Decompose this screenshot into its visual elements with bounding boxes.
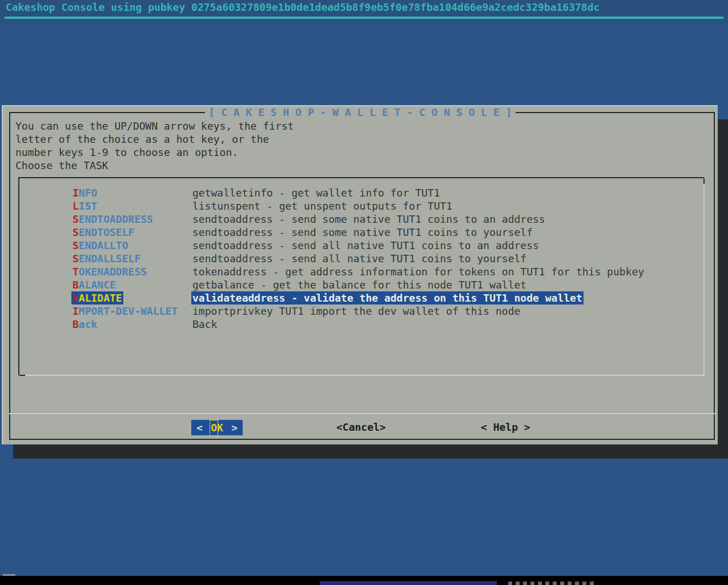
terminal-title-bar: Cakeshop Console using pubkey 0275a60327… bbox=[0, 0, 728, 24]
hotkey-letter: S bbox=[73, 253, 79, 265]
button-separator bbox=[9, 413, 716, 414]
ok-label: OK bbox=[211, 422, 223, 434]
menu-item-tag: SENDTOSELF bbox=[71, 226, 135, 239]
menu-item-description: importprivkey TUT1 import the dev wallet… bbox=[191, 304, 521, 318]
menu-item-tag: TOKENADDRESS bbox=[71, 265, 148, 278]
menu-item-description: tokenaddress - get address information f… bbox=[191, 265, 645, 278]
hotkey-letter: B bbox=[73, 318, 79, 330]
dialog-instructions: You can use the UP/DOWN arrow keys, the … bbox=[15, 119, 294, 172]
cancel-button[interactable]: <Cancel> bbox=[336, 421, 386, 433]
menu-item-balance[interactable]: BALANCE getbalance - get the balance for… bbox=[19, 278, 703, 291]
wallet-console-dialog: [ C A K E S H O P - W A L L E T - C O N … bbox=[2, 105, 718, 444]
menu-item-description: getbalance - get the balance for this no… bbox=[191, 278, 528, 291]
menu-item-description: sendtoaddress - send all native TUT1 coi… bbox=[191, 252, 528, 265]
terminal-screen: Cakeshop Console using pubkey 0275a60327… bbox=[0, 0, 728, 585]
menu-item-tag: VALIDATE bbox=[71, 291, 123, 304]
menu-item-tag: SENDTOADDRESS bbox=[71, 213, 154, 226]
menu-item-description: sendtoaddress - send all native TUT1 coi… bbox=[191, 239, 540, 252]
menu-item-import-dev-wallet[interactable]: IMPORT-DEV-WALLET importprivkey TUT1 imp… bbox=[19, 304, 703, 318]
menu-item-description: listunspent - get unspent outputs for TU… bbox=[191, 199, 453, 213]
menu-item-sendallself[interactable]: SENDALLSELF sendtoaddress - send all nat… bbox=[19, 252, 703, 265]
hotkey-letter: S bbox=[73, 239, 79, 251]
menu-item-description: Back bbox=[191, 318, 218, 331]
listbox-corner-top-right bbox=[703, 178, 705, 184]
hotkey-letter: I bbox=[73, 305, 79, 317]
menu-item-sendallto[interactable]: SENDALLTO sendtoaddress - send all nativ… bbox=[19, 239, 703, 252]
menu-item-tag: INFO bbox=[71, 186, 98, 199]
menu-item-description: getwalletinfo - get wallet info for TUT1 bbox=[191, 186, 441, 199]
menu-item-sendtoself[interactable]: SENDTOSELF sendtoaddress - send some nat… bbox=[19, 226, 703, 239]
menu-item-tokenaddress[interactable]: TOKENADDRESS tokenaddress - get address … bbox=[19, 265, 703, 278]
menu-item-list[interactable]: LIST listunspent - get unspent outputs f… bbox=[19, 199, 703, 213]
terminal-title: Cakeshop Console using pubkey 0275a60327… bbox=[6, 1, 600, 13]
menu-item-tag: BALANCE bbox=[71, 278, 117, 291]
help-button[interactable]: < Help > bbox=[481, 421, 530, 433]
dialog-title: [ C A K E S H O P - W A L L E T - C O N … bbox=[3, 106, 718, 118]
menu-item-validate[interactable]: VALIDATE validateaddress - validate the … bbox=[19, 291, 703, 304]
menu-list: INFO getwalletinfo - get wallet info for… bbox=[19, 186, 703, 331]
hotkey-letter: T bbox=[73, 266, 79, 278]
menu-item-description: sendtoaddress - send some native TUT1 co… bbox=[191, 213, 546, 226]
dialog-shadow-right bbox=[718, 119, 728, 459]
menu-item-tag: IMPORT-DEV-WALLET bbox=[71, 304, 179, 318]
button-row: < OK > <Cancel> < Help > bbox=[3, 420, 718, 435]
menu-item-back[interactable]: Back Back bbox=[19, 318, 703, 331]
ok-button[interactable]: < OK > bbox=[191, 420, 243, 435]
hotkey-letter: B bbox=[73, 279, 79, 291]
task-menu: INFO getwalletinfo - get wallet info for… bbox=[18, 177, 705, 376]
text-cursor: O bbox=[211, 422, 217, 434]
hotkey-letter: L bbox=[73, 200, 79, 212]
menu-item-description: validateaddress - validate the address o… bbox=[191, 291, 584, 304]
hotkey-letter: V bbox=[73, 292, 79, 304]
menu-item-description: sendtoaddress - send some native TUT1 co… bbox=[191, 226, 534, 239]
ok-right-arrow: > bbox=[231, 422, 238, 434]
bottom-taskbar-cutoff bbox=[0, 576, 728, 585]
menu-item-info[interactable]: INFO getwalletinfo - get wallet info for… bbox=[19, 186, 703, 199]
taskbar-glyphs-cutoff bbox=[508, 582, 595, 585]
listbox-corner-bottom-left bbox=[19, 375, 25, 376]
menu-item-sendtoaddress[interactable]: SENDTOADDRESS sendtoaddress - send some … bbox=[19, 213, 703, 226]
taskbar-segment bbox=[320, 581, 497, 585]
title-underline bbox=[5, 17, 723, 19]
ok-left-arrow: < bbox=[196, 422, 203, 434]
hotkey-letter: I bbox=[73, 187, 79, 199]
menu-item-tag: SENDALLSELF bbox=[71, 252, 142, 265]
menu-item-tag: SENDALLTO bbox=[71, 239, 130, 252]
hotkey-letter: S bbox=[73, 213, 79, 225]
menu-item-tag: Back bbox=[71, 318, 98, 331]
hotkey-letter: S bbox=[73, 226, 79, 238]
dialog-shadow-bottom bbox=[13, 444, 728, 459]
menu-item-tag: LIST bbox=[71, 199, 98, 213]
